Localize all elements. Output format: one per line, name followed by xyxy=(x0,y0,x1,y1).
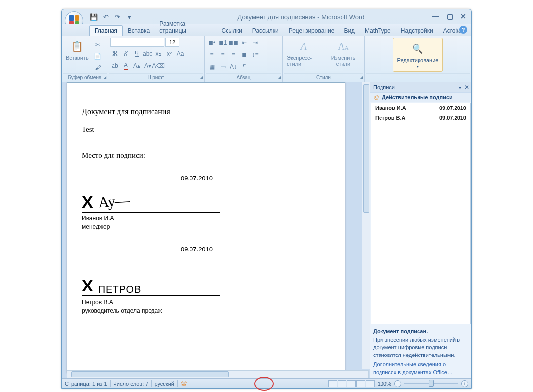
ribbon-group-paragraph: ≣• ≣1 ≣≣ ⇤ ⇥ ≡ ≡ ≡ ≣ ↕≡ ▦ ▭ A↓ ¶ xyxy=(205,36,283,82)
signature-seal-icon[interactable]: 🏵 xyxy=(181,380,187,387)
status-word-count[interactable]: Число слов: 7 xyxy=(114,381,149,387)
vertical-scrollbar[interactable] xyxy=(362,82,370,369)
styles-icon: A xyxy=(296,39,311,54)
qat-customize-icon[interactable]: ▾ xyxy=(125,12,134,21)
shading-icon[interactable]: ▦ xyxy=(207,62,217,71)
tab-home[interactable]: Главная xyxy=(89,25,123,36)
close-button[interactable]: ✕ xyxy=(459,12,467,20)
cut-icon[interactable]: ✂ xyxy=(93,40,103,50)
document-page[interactable]: Документ для подписания Test Место для п… xyxy=(67,82,345,373)
highlight-icon[interactable]: ab xyxy=(110,61,120,71)
shrink-font-icon[interactable]: A▾ xyxy=(143,61,152,71)
tab-insert[interactable]: Вставка xyxy=(123,26,155,36)
signature-row-date: 09.07.2010 xyxy=(439,105,466,111)
bullet-list-icon[interactable]: ≣• xyxy=(207,38,217,48)
undo-icon[interactable]: ↶ xyxy=(101,12,110,21)
increase-indent-icon[interactable]: ⇥ xyxy=(250,38,260,48)
view-buttons xyxy=(328,380,375,387)
grow-font-icon[interactable]: A▴ xyxy=(132,61,142,71)
view-outline-icon[interactable] xyxy=(356,380,365,387)
signatures-more-info-link[interactable]: Дополнительные сведения о подписях в док… xyxy=(373,361,468,376)
tab-page-layout[interactable]: Разметка страницы xyxy=(154,19,216,36)
tab-mailings[interactable]: Рассылки xyxy=(247,26,284,36)
signature-row-date: 09.07.2010 xyxy=(439,115,466,121)
taskpane-title: Подписи ▾ ✕ xyxy=(370,82,471,92)
redo-icon[interactable]: ↷ xyxy=(113,12,122,21)
superscript-icon[interactable]: x² xyxy=(164,49,174,59)
minimize-button[interactable]: — xyxy=(432,12,440,20)
taskpane-footer: Документ подписан. При внесении любых из… xyxy=(370,325,471,378)
italic-icon[interactable]: К xyxy=(121,49,131,59)
font-dialog-launcher-icon[interactable]: ◢ xyxy=(200,75,203,80)
view-print-layout-icon[interactable] xyxy=(328,380,337,387)
signature-row[interactable]: Иванов И.А 09.07.2010 xyxy=(371,103,470,113)
font-name-input[interactable] xyxy=(110,38,164,47)
tab-addins[interactable]: Надстройки xyxy=(396,26,438,36)
paragraph-dialog-launcher-icon[interactable]: ◢ xyxy=(278,75,281,80)
zoom-in-icon[interactable]: + xyxy=(461,380,468,387)
zoom-slider[interactable] xyxy=(404,381,458,386)
multilevel-list-icon[interactable]: ≣≣ xyxy=(228,38,238,48)
quick-access-toolbar: 💾 ↶ ↷ ▾ xyxy=(89,12,134,21)
borders-icon[interactable]: ▭ xyxy=(218,62,228,71)
tab-mathtype[interactable]: MathType xyxy=(360,26,396,36)
signer-role: руководитель отдела продаж xyxy=(82,307,162,314)
styles-group-label: Стили xyxy=(316,75,331,80)
status-language[interactable]: русский xyxy=(154,381,174,387)
horizontal-scrollbar[interactable] xyxy=(67,370,369,378)
content-area: Документ для подписания Test Место для п… xyxy=(62,82,471,378)
view-full-screen-icon[interactable] xyxy=(338,380,346,387)
ribbon-tabs: Главная Вставка Разметка страницы Ссылки… xyxy=(62,24,471,36)
strikethrough-icon[interactable]: abe xyxy=(143,49,152,59)
editing-dropdown[interactable]: 🔍 Редактирование ▾ xyxy=(393,38,443,72)
font-size-input[interactable] xyxy=(165,38,179,47)
align-right-icon[interactable]: ≡ xyxy=(228,50,238,60)
line-spacing-icon[interactable]: ↕≡ xyxy=(250,50,260,60)
ribbon-group-editing: 🔍 Редактирование ▾ xyxy=(365,36,471,82)
bold-icon[interactable]: Ж xyxy=(110,49,120,59)
view-web-layout-icon[interactable] xyxy=(347,380,356,387)
underline-icon[interactable]: Ч xyxy=(132,49,142,59)
save-icon[interactable]: 💾 xyxy=(89,12,98,21)
sort-icon[interactable]: A↓ xyxy=(228,62,238,71)
number-list-icon[interactable]: ≣1 xyxy=(218,38,228,48)
tab-view[interactable]: Вид xyxy=(339,26,360,36)
quick-styles-button[interactable]: A Экспресс-стили xyxy=(285,38,322,68)
taskpane-title-label: Подписи xyxy=(373,84,395,90)
app-window: 💾 ↶ ↷ ▾ Документ для подписания - Micros… xyxy=(61,9,472,389)
decrease-indent-icon[interactable]: ⇤ xyxy=(239,38,249,48)
taskpane-close-icon[interactable]: ✕ xyxy=(464,84,469,91)
maximize-button[interactable]: ▢ xyxy=(446,12,454,20)
status-page[interactable]: Страница: 1 из 1 xyxy=(65,381,107,387)
tab-references[interactable]: Ссылки xyxy=(217,26,247,36)
subscript-icon[interactable]: x₂ xyxy=(153,49,163,59)
signature-line[interactable]: X Ay— xyxy=(82,189,220,213)
clipboard-dialog-launcher-icon[interactable]: ◢ xyxy=(103,75,106,80)
signer-name: Иванов И.А xyxy=(82,214,330,223)
clear-formatting-icon[interactable]: A⌫ xyxy=(153,61,163,71)
taskpane-menu-icon[interactable]: ▾ xyxy=(459,85,461,90)
seal-icon: 🏵 xyxy=(373,94,379,101)
signature-row[interactable]: Петров В.А 09.07.2010 xyxy=(371,113,470,123)
tab-review[interactable]: Рецензирование xyxy=(284,26,340,36)
signature-handwriting: Ay— xyxy=(98,192,130,211)
justify-icon[interactable]: ≣ xyxy=(239,50,249,60)
signature-section-label: Место для подписи: xyxy=(82,151,330,160)
align-left-icon[interactable]: ≡ xyxy=(207,50,217,60)
show-marks-icon[interactable]: ¶ xyxy=(239,62,249,71)
format-painter-icon[interactable]: 🖌 xyxy=(93,63,103,72)
taskpane-subtitle: 🏵 Действительные подписи xyxy=(370,92,471,102)
align-center-icon[interactable]: ≡ xyxy=(218,50,228,60)
view-draft-icon[interactable] xyxy=(366,380,375,387)
styles-dialog-launcher-icon[interactable]: ◢ xyxy=(360,75,363,80)
zoom-out-icon[interactable]: − xyxy=(394,380,401,387)
copy-icon[interactable]: 📄 xyxy=(93,51,103,61)
font-color-icon[interactable]: A xyxy=(121,61,131,71)
help-icon[interactable]: ? xyxy=(459,26,467,34)
paste-button[interactable]: 📋 Вставить xyxy=(64,38,91,62)
change-case-icon[interactable]: Aa xyxy=(175,49,185,59)
signature-line[interactable]: X ПЕТРОВ xyxy=(82,273,220,296)
document-viewport[interactable]: Документ для подписания Test Место для п… xyxy=(62,82,370,378)
change-styles-button[interactable]: AA Изменить стили xyxy=(324,38,362,68)
zoom-level[interactable]: 100% xyxy=(378,381,391,387)
